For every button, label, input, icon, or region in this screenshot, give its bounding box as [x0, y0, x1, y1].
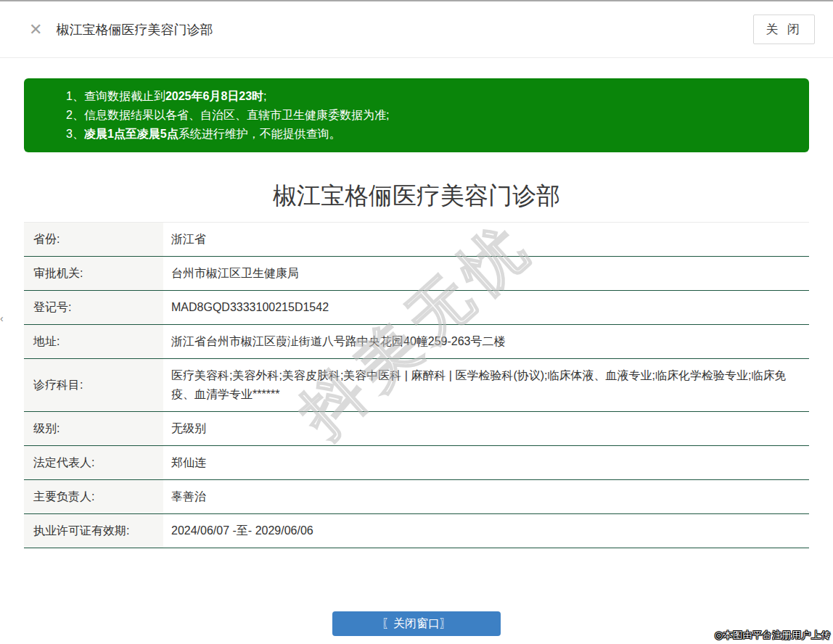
notice-text: 1、查询数据截止到 [66, 90, 165, 102]
top-bar: ✕ 椒江宝格俪医疗美容门诊部 关 闭 [0, 1, 833, 58]
row-label: 级别: [24, 412, 163, 445]
table-row: 执业许可证有效期: 2024/06/07 -至- 2029/06/06 [24, 514, 809, 548]
row-value: 医疗美容科;美容外科;美容皮肤科;美容中医科 | 麻醉科 | 医学检验科(协议)… [163, 359, 809, 411]
row-label: 法定代表人: [24, 446, 163, 479]
row-value: 2024/06/07 -至- 2029/06/06 [163, 514, 809, 548]
notice-bold-text: 2025年6月8日23时 [165, 90, 263, 102]
notice-bold-text: 凌晨1点至凌晨5点 [84, 128, 178, 140]
table-row: 审批机关: 台州市椒江区卫生健康局 [24, 257, 809, 291]
row-value: MAD8GQD3333100215D1542 [163, 291, 809, 324]
table-row: 主要负责人: 辜善治 [24, 480, 809, 514]
upload-stamp-text: ◎本图由平台注册用户上传 [715, 629, 831, 642]
close-window-button[interactable]: 〖关闭窗口〗 [332, 611, 501, 636]
details-table: 省份: 浙江省 审批机关: 台州市椒江区卫生健康局 登记号: MAD8GQD33… [24, 222, 809, 548]
row-label: 登记号: [24, 291, 163, 324]
notice-line: 3、凌晨1点至凌晨5点系统进行维护，不能提供查询。 [66, 125, 795, 144]
left-edge-arrow-icon: ‹ [0, 313, 4, 323]
row-label: 审批机关: [24, 257, 163, 290]
page-title: 椒江宝格俪医疗美容门诊部 [0, 180, 833, 212]
row-label: 诊疗科目: [24, 359, 163, 411]
row-label: 省份: [24, 223, 163, 256]
table-row: 法定代表人: 郑仙连 [24, 446, 809, 480]
table-row: 地址: 浙江省台州市椒江区葭沚街道八号路中央花园40幢259-263号二楼 [24, 325, 809, 359]
row-label: 地址: [24, 325, 163, 358]
notice-line: 2、信息数据结果以各省、自治区、直辖市卫生健康委数据为准; [66, 106, 795, 125]
notice-text: 3、 [66, 128, 84, 140]
close-x-icon[interactable]: ✕ [29, 22, 42, 38]
window-title: 椒江宝格俪医疗美容门诊部 [56, 21, 213, 38]
notice-text: ; [263, 90, 266, 102]
close-button[interactable]: 关 闭 [753, 15, 815, 44]
notice-box: 1、查询数据截止到2025年6月8日23时; 2、信息数据结果以各省、自治区、直… [24, 78, 809, 152]
row-value: 浙江省 [163, 223, 809, 256]
row-value: 浙江省台州市椒江区葭沚街道八号路中央花园40幢259-263号二楼 [163, 325, 809, 358]
row-value: 无级别 [163, 412, 809, 445]
notice-text: 系统进行维护，不能提供查询。 [178, 128, 341, 140]
notice-line: 1、查询数据截止到2025年6月8日23时; [66, 87, 795, 106]
row-value: 辜善治 [163, 480, 809, 513]
row-value: 台州市椒江区卫生健康局 [163, 257, 809, 290]
row-label: 执业许可证有效期: [24, 514, 163, 548]
table-row: 诊疗科目: 医疗美容科;美容外科;美容皮肤科;美容中医科 | 麻醉科 | 医学检… [24, 359, 809, 412]
row-label: 主要负责人: [24, 480, 163, 513]
table-row: 级别: 无级别 [24, 412, 809, 446]
notice-text: 2、信息数据结果以各省、自治区、直辖市卫生健康委数据为准; [66, 109, 389, 121]
table-row: 省份: 浙江省 [24, 223, 809, 257]
table-row: 登记号: MAD8GQD3333100215D1542 [24, 291, 809, 325]
row-value: 郑仙连 [163, 446, 809, 479]
